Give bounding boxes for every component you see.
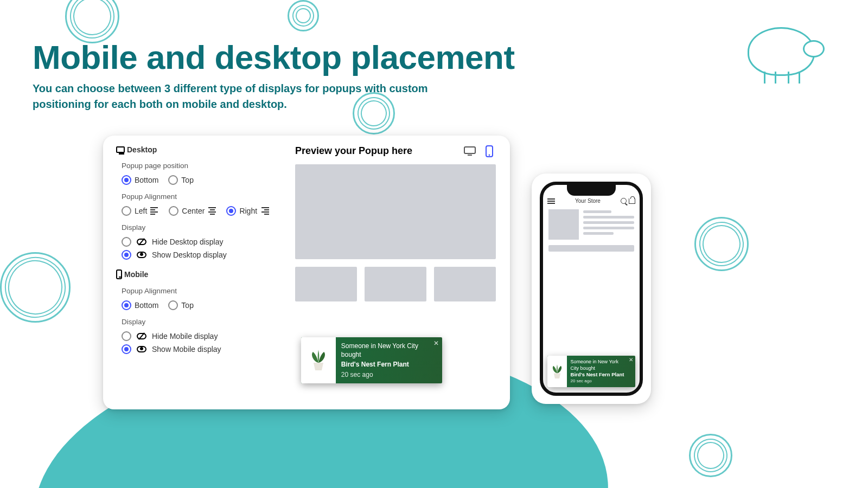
radio-align-center-label[interactable]: Center	[182, 207, 205, 215]
radio-mobile-top[interactable]	[168, 300, 178, 310]
eye-off-icon	[137, 333, 146, 339]
yarn-ball-icon	[689, 434, 732, 477]
svg-point-3	[489, 155, 490, 156]
popup-product-name: Bird's Nest Fern Plant	[341, 360, 431, 369]
radio-mobile-top-label[interactable]: Top	[181, 301, 194, 310]
eye-icon	[137, 252, 146, 258]
popup-close-button[interactable]: ✕	[433, 339, 439, 347]
hamburger-icon[interactable]	[547, 198, 555, 204]
eye-off-icon	[137, 239, 146, 245]
radio-align-right-label[interactable]: Right	[239, 207, 257, 215]
position-field-label: Popup page position	[122, 162, 290, 170]
radio-position-bottom-label[interactable]: Bottom	[135, 176, 158, 184]
desktop-preview-skeleton	[295, 164, 496, 301]
svg-rect-0	[464, 147, 475, 153]
radio-show-desktop-label[interactable]: Show Desktop display	[152, 251, 227, 259]
radio-position-top-label[interactable]: Top	[181, 176, 194, 184]
radio-position-bottom[interactable]	[122, 175, 131, 185]
store-name: Your Store	[575, 198, 601, 204]
settings-panel: Desktop Popup page position Bottom Top P…	[116, 145, 290, 399]
yarn-ball-icon	[288, 0, 319, 31]
yarn-ball-icon	[65, 0, 119, 43]
radio-align-left[interactable]	[122, 206, 131, 216]
radio-mobile-bottom-label[interactable]: Bottom	[135, 301, 158, 310]
skeleton-banner	[295, 164, 496, 259]
phone-mockup: Your Store Someon	[532, 174, 651, 404]
radio-align-center[interactable]	[169, 206, 178, 216]
popup-toast-mobile-preview: Someone in New York City bought Bird's N…	[547, 356, 635, 387]
search-icon[interactable]	[621, 198, 627, 204]
eye-icon	[137, 346, 146, 352]
popup-toast-preview: Someone in New York City bought Bird's N…	[301, 337, 442, 383]
skeleton-block	[434, 267, 496, 301]
skeleton-block	[365, 267, 426, 301]
preview-desktop-button[interactable]	[463, 146, 476, 157]
mobile-alignment-field-label: Popup Alignment	[122, 287, 290, 295]
phone-frame: Your Store Someon	[540, 182, 643, 396]
phone-content-skeleton	[543, 206, 640, 255]
radio-position-top[interactable]	[168, 175, 178, 185]
mobile-icon	[486, 145, 493, 157]
popup-line: Someone in New York City bought	[341, 342, 431, 359]
svg-rect-1	[468, 155, 472, 156]
radio-show-desktop[interactable]	[122, 250, 131, 260]
preview-title: Preview your Popup here	[295, 145, 457, 157]
popup-line: Someone in New York City bought	[571, 358, 628, 371]
preview-mobile-button[interactable]	[483, 146, 496, 157]
radio-hide-mobile-label[interactable]: Hide Mobile display	[152, 332, 218, 341]
align-right-icon	[260, 207, 269, 215]
alignment-field-label: Popup Alignment	[122, 192, 290, 201]
mobile-icon	[116, 269, 122, 279]
page-subtitle: You can choose between 3 different type …	[33, 81, 445, 112]
desktop-section-label: Desktop	[127, 145, 157, 154]
popup-product-image	[547, 356, 567, 387]
radio-hide-desktop-label[interactable]: Hide Desktop display	[152, 237, 224, 246]
desktop-section-title: Desktop	[116, 145, 290, 154]
skeleton-block	[548, 245, 634, 252]
popup-product-name: Bird's Nest Fern Plant	[571, 371, 628, 378]
yarn-ball-icon	[0, 252, 71, 323]
page-title: Mobile and desktop placement	[33, 38, 835, 76]
popup-product-image	[301, 337, 336, 383]
radio-hide-desktop[interactable]	[122, 237, 131, 247]
desktop-icon	[116, 146, 125, 153]
display-field-label: Display	[122, 223, 290, 232]
radio-align-left-label[interactable]: Left	[135, 207, 147, 215]
cart-icon[interactable]	[629, 198, 635, 204]
radio-hide-mobile[interactable]	[122, 331, 131, 341]
radio-show-mobile-label[interactable]: Show Mobile display	[152, 345, 221, 354]
mobile-display-field-label: Display	[122, 318, 290, 326]
mobile-section-label: Mobile	[124, 270, 148, 279]
popup-close-button[interactable]: ✕	[629, 357, 633, 363]
radio-align-right[interactable]	[226, 206, 236, 216]
align-center-icon	[208, 207, 216, 215]
phone-notch	[567, 185, 616, 196]
skeleton-block	[548, 209, 579, 240]
yarn-ball-icon	[694, 217, 749, 271]
skeleton-block	[295, 267, 357, 301]
desktop-icon	[464, 146, 476, 156]
align-left-icon	[150, 207, 159, 215]
popup-time: 20 sec ago	[341, 370, 431, 379]
popup-time: 20 sec ago	[571, 378, 628, 384]
radio-show-mobile[interactable]	[122, 344, 131, 354]
radio-mobile-bottom[interactable]	[122, 300, 131, 310]
mobile-section-title: Mobile	[116, 269, 290, 279]
